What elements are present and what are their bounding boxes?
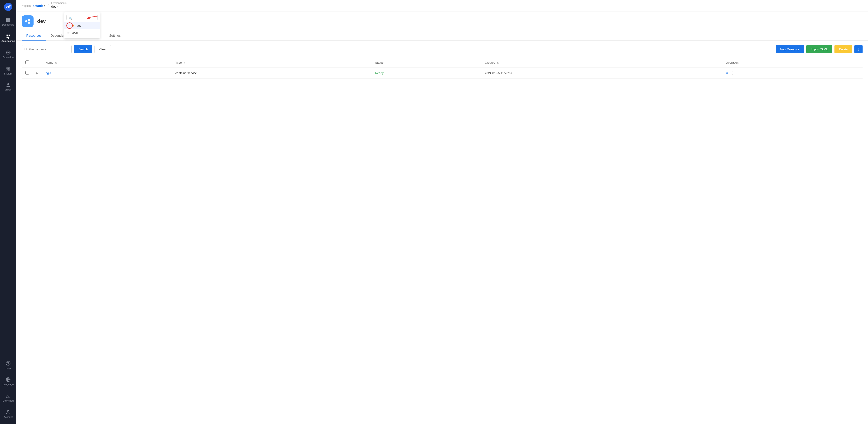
sidebar-item-download-label: Download [3, 399, 14, 402]
more-icon [857, 47, 860, 51]
expand-th [33, 58, 42, 68]
svg-point-17 [28, 19, 30, 21]
row-type-cell: containerservice [172, 68, 371, 78]
sidebar-item-applications[interactable]: Applications [0, 30, 16, 46]
topbar: Projects default ▾ / Environments dev ▾ … [16, 0, 868, 12]
search-box [22, 45, 72, 53]
row-operation-cell: ✏ ⋮ [722, 68, 863, 78]
row-more-button[interactable]: ⋮ [731, 71, 734, 75]
import-yaml-button[interactable]: Import YAML [806, 45, 832, 53]
resource-type: containerservice [176, 71, 197, 75]
svg-rect-7 [8, 20, 10, 22]
sidebar-item-account[interactable]: Account [0, 406, 16, 422]
resource-created: 2024-01-25 11:23:37 [485, 71, 512, 75]
search-input[interactable] [29, 47, 69, 51]
env-option-local-label: local [72, 31, 78, 35]
environments-label: Environments [51, 2, 66, 4]
row-checkbox-cell [22, 68, 33, 78]
svg-rect-5 [8, 18, 10, 20]
env-option-local[interactable]: ☆ local [64, 29, 100, 36]
sidebar-item-users-label: Users [5, 89, 11, 91]
svg-point-25 [858, 50, 859, 51]
tab-resources[interactable]: Resources [22, 31, 46, 40]
sidebar-item-dashboard[interactable]: Dashboard [0, 13, 16, 30]
new-resource-button[interactable]: New Resource [776, 45, 804, 53]
th-created: Created ⇅ [481, 58, 722, 68]
svg-point-16 [25, 20, 27, 23]
edit-button[interactable]: ✏ [726, 71, 728, 75]
name-sort-icon[interactable]: ⇅ [55, 62, 57, 64]
row-status-cell: Ready [371, 68, 481, 78]
svg-line-22 [26, 50, 27, 50]
svg-point-9 [7, 83, 9, 85]
env-dropdown: 🔍 ★ dev ☆ local [64, 12, 100, 38]
delete-button[interactable]: Delete [834, 45, 852, 53]
svg-point-3 [9, 5, 11, 7]
svg-point-8 [7, 52, 9, 53]
projects-label: Projects [21, 4, 31, 7]
sidebar-item-operation[interactable]: Operation [0, 46, 16, 63]
dev-star: ★ [72, 24, 75, 27]
resource-name-link[interactable]: ng-1 [45, 71, 52, 75]
more-options-button[interactable] [855, 45, 863, 53]
sidebar-item-operation-label: Operation [3, 56, 13, 59]
breadcrumb-separator: / [48, 4, 49, 8]
sidebar-item-download[interactable]: Download [0, 390, 16, 406]
sidebar-item-language-label: Language [3, 383, 14, 386]
svg-point-2 [7, 6, 9, 7]
sidebar: Dashboard Applications Operation System … [0, 0, 16, 424]
th-status: Status [371, 58, 481, 68]
row-expand-icon[interactable]: ▶ [36, 72, 38, 75]
resources-table: Name ⇅ Type ⇅ Status Created ⇅ [22, 58, 863, 78]
tab-settings[interactable]: Settings [105, 31, 125, 40]
clear-button[interactable]: Clear [94, 45, 111, 53]
select-all-checkbox[interactable] [25, 61, 29, 64]
search-button[interactable]: Search [74, 45, 92, 53]
svg-point-1 [6, 7, 7, 8]
table-row: ▶ ng-1 containerservice Ready 2024-01-25… [22, 68, 863, 78]
sidebar-item-help-label: Help [6, 367, 11, 369]
th-name: Name ⇅ [42, 58, 172, 68]
svg-line-19 [27, 21, 28, 21]
select-all-th [22, 58, 33, 68]
env-search-box: 🔍 [64, 14, 100, 22]
svg-rect-4 [6, 18, 8, 20]
search-icon [24, 47, 27, 51]
app-logo[interactable] [0, 0, 16, 13]
row-checkbox[interactable] [25, 71, 29, 74]
env-option-dev-label: dev [76, 24, 81, 27]
sidebar-item-language[interactable]: Language [0, 373, 16, 390]
table-header: Name ⇅ Type ⇅ Status Created ⇅ [22, 58, 863, 68]
toolbar-right: New Resource Import YAML Delete [776, 45, 863, 53]
type-sort-icon[interactable]: ⇅ [184, 62, 185, 64]
svg-point-24 [858, 49, 859, 50]
app-name: dev [37, 18, 46, 24]
sidebar-item-applications-label: Applications [1, 40, 15, 42]
sidebar-item-users[interactable]: Users [0, 79, 16, 95]
main-content: Projects default ▾ / Environments dev ▾ … [16, 0, 868, 424]
sidebar-item-help[interactable]: Help [0, 357, 16, 373]
created-sort-icon[interactable]: ⇅ [497, 62, 499, 64]
row-expand-cell: ▶ [33, 68, 42, 78]
operation-buttons: ✏ ⋮ [726, 71, 859, 75]
row-name-cell: ng-1 [42, 68, 172, 78]
svg-point-18 [28, 22, 30, 24]
sidebar-item-system-label: System [4, 72, 12, 75]
sidebar-item-account-label: Account [4, 416, 13, 418]
content-area: Search Clear New Resource Import YAML De… [16, 40, 868, 424]
table-body: ▶ ng-1 containerservice Ready 2024-01-25… [22, 68, 863, 78]
svg-point-15 [7, 411, 9, 412]
env-selector[interactable]: dev ▾ [51, 5, 59, 8]
project-name: default [32, 4, 43, 8]
toolbar: Search Clear New Resource Import YAML De… [22, 45, 863, 53]
app-header: dev [16, 12, 868, 31]
env-dropdown-arrow: ▾ [57, 5, 59, 8]
svg-line-20 [27, 22, 28, 23]
sidebar-item-system[interactable]: System [0, 63, 16, 79]
svg-point-23 [858, 48, 859, 48]
svg-point-21 [25, 48, 27, 50]
app-icon [22, 15, 34, 27]
project-selector[interactable]: default ▾ [32, 4, 45, 8]
env-option-dev[interactable]: ★ dev [64, 22, 100, 29]
row-created-cell: 2024-01-25 11:23:37 [481, 68, 722, 78]
